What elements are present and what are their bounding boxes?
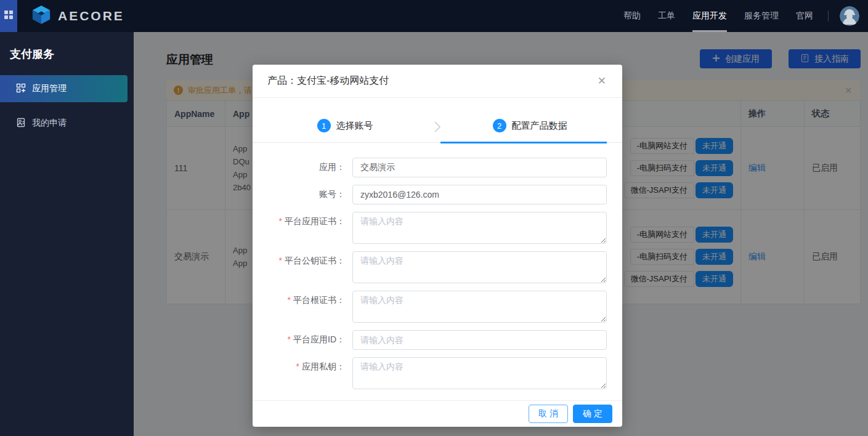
navbar-divider <box>828 10 829 22</box>
modal-steps: 1选择账号2配置产品数据 <box>253 119 622 143</box>
navbar-menu: 帮助工单应用开发服务管理官网 <box>623 0 813 32</box>
required-asterisk: * <box>288 295 291 305</box>
nav-item-帮助[interactable]: 帮助 <box>623 0 641 32</box>
active-step-indicator <box>440 142 607 143</box>
modal-form: 应用：账号：*平台应用证书：*平台公钥证书：*平台根证书：*平台应用ID：*应用… <box>253 158 622 389</box>
required-asterisk: * <box>279 216 282 226</box>
field-label-text: 平台根证书： <box>293 295 345 305</box>
form-row-1: 账号： <box>253 185 622 204</box>
grid-icon <box>4 10 13 22</box>
sidebar-item-label: 应用管理 <box>32 83 67 94</box>
step-1[interactable]: 1选择账号 <box>253 119 437 142</box>
form-row-3: *平台公钥证书： <box>253 251 622 283</box>
field-textarea[interactable] <box>352 291 607 323</box>
nav-item-工单[interactable]: 工单 <box>658 0 675 32</box>
app-launcher-button[interactable] <box>0 0 17 32</box>
field-textarea[interactable] <box>352 357 607 389</box>
step-number-badge: 2 <box>493 119 506 132</box>
product-config-modal: 产品：支付宝-移动网站支付 ✕ 1选择账号2配置产品数据 应用：账号：*平台应用… <box>253 65 622 427</box>
field-label: *平台应用证书： <box>253 212 352 244</box>
top-navbar: AECORE 帮助工单应用开发服务管理官网 <box>0 0 868 32</box>
modal-footer: 取 消 确 定 <box>253 400 622 427</box>
form-row-2: *平台应用证书： <box>253 212 622 244</box>
field-label-text: 应用私钥： <box>302 361 345 371</box>
required-asterisk: * <box>279 256 282 265</box>
step-chevron-icon <box>434 120 441 136</box>
step-label: 选择账号 <box>336 120 373 132</box>
brand-logo-icon <box>31 4 52 28</box>
modal-header: 产品：支付宝-移动网站支付 ✕ <box>253 65 622 98</box>
modal-close-icon[interactable]: ✕ <box>595 73 609 89</box>
my-apply-icon <box>16 118 26 129</box>
brand[interactable]: AECORE <box>31 4 124 28</box>
modal-title: 产品：支付宝-移动网站支付 <box>267 75 389 87</box>
sidebar-item-我的申请[interactable]: 我的申请 <box>0 110 128 137</box>
field-label-text: 平台应用ID： <box>293 334 345 344</box>
app-manage-icon <box>16 83 26 95</box>
cancel-button[interactable]: 取 消 <box>529 405 568 423</box>
nav-item-服务管理[interactable]: 服务管理 <box>744 0 779 32</box>
field-input[interactable] <box>352 330 607 350</box>
sidebar-title: 支付服务 <box>0 32 134 75</box>
field-input[interactable] <box>352 185 607 204</box>
user-avatar[interactable] <box>840 6 859 26</box>
field-textarea[interactable] <box>352 251 607 283</box>
field-label-text: 应用： <box>319 162 345 172</box>
field-label-text: 平台应用证书： <box>285 216 345 226</box>
nav-item-应用开发[interactable]: 应用开发 <box>692 0 727 32</box>
nav-item-官网[interactable]: 官网 <box>796 0 813 32</box>
field-input[interactable] <box>352 158 607 177</box>
field-label: *应用私钥： <box>253 357 352 389</box>
step-label: 配置产品数据 <box>512 120 567 132</box>
sidebar: 支付服务 应用管理我的申请 <box>0 32 134 436</box>
field-label: *平台根证书： <box>253 291 352 323</box>
step-number-badge: 1 <box>317 119 331 132</box>
brand-name: AECORE <box>58 9 124 23</box>
field-label: 应用： <box>253 158 352 177</box>
confirm-button[interactable]: 确 定 <box>573 405 612 423</box>
form-row-4: *平台根证书： <box>253 291 622 323</box>
sidebar-menu: 应用管理我的申请 <box>0 75 134 137</box>
field-label: 账号： <box>253 185 352 204</box>
sidebar-item-应用管理[interactable]: 应用管理 <box>0 75 128 102</box>
field-label-text: 平台公钥证书： <box>285 256 345 265</box>
field-label-text: 账号： <box>319 189 345 199</box>
app-root: AECORE 帮助工单应用开发服务管理官网 支付服务 应用管理我的申请 应用管理… <box>0 0 868 436</box>
sidebar-item-label: 我的申请 <box>32 118 67 129</box>
required-asterisk: * <box>288 334 291 344</box>
form-row-6: *应用私钥： <box>253 357 622 389</box>
form-row-0: 应用： <box>253 158 622 177</box>
field-textarea[interactable] <box>352 212 607 244</box>
form-row-5: *平台应用ID： <box>253 330 622 350</box>
required-asterisk: * <box>296 361 299 371</box>
field-label: *平台公钥证书： <box>253 251 352 283</box>
field-label: *平台应用ID： <box>253 330 352 350</box>
step-2[interactable]: 2配置产品数据 <box>437 119 622 142</box>
